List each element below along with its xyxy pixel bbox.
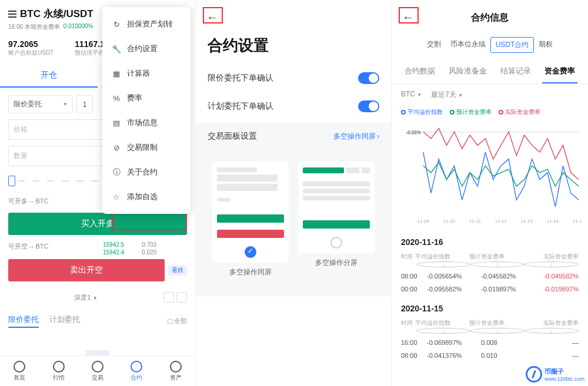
info-icon: i <box>524 328 579 334</box>
svg-text:11-14: 11-14 <box>547 219 559 224</box>
more-menu: ↻担保资产划转🔧合约设置▦计算器%费率▤市场信息⊘交易限制ⓘ关于合约☆添加自选 <box>102 7 191 214</box>
info-icon: i <box>470 261 524 267</box>
back-button[interactable]: ← <box>402 11 414 24</box>
liq-price: 11167.1 <box>75 39 105 49</box>
contract-type-segment: 交割 币本位永续 USDT合约 期权 <box>392 32 588 61</box>
pair-name: BTC 永续/USDT <box>20 7 93 21</box>
liq-label: 预估强平价 <box>75 49 105 57</box>
nav-trade[interactable]: 交易 <box>92 361 103 382</box>
limit-confirm-toggle[interactable] <box>358 72 379 84</box>
svg-text:11-11: 11-11 <box>469 219 482 224</box>
funding-rate-chart: 0.00%-0.02%-0.04%-0.06%-0.08%-0.10%-0.12… <box>401 121 582 227</box>
table-header: 时间 平均溢价指数i 预计资金费率i 实际资金费率i <box>392 250 588 270</box>
buy-long-button[interactable]: 买入开多 <box>8 213 187 235</box>
menu-item[interactable]: ↻担保资产划转 <box>102 12 191 36</box>
menu-item[interactable]: ▤市场信息 <box>102 110 191 135</box>
info-title: 合约信息 <box>392 0 588 32</box>
table-row: 08:00-0.041376%0.010— <box>392 349 588 362</box>
table-row: 08:00-0.005654%-0.045582%-0.045582% <box>392 270 588 283</box>
logo-icon <box>526 366 542 382</box>
table-row: 16:00-0.069897%0.008— <box>392 336 588 349</box>
nav-home[interactable]: 首页 <box>14 361 25 382</box>
info-icon: i <box>470 328 524 334</box>
info-icon: i <box>524 261 579 267</box>
layout-option-same-screen[interactable] <box>212 162 289 263</box>
coin-filter[interactable]: BTC ▼ <box>401 90 422 100</box>
menu-icon: ☆ <box>112 192 121 202</box>
legend-actual-rate: 实际资金费率 <box>499 108 540 116</box>
menu-item[interactable]: 🔧合约设置 <box>102 36 191 61</box>
menu-icon[interactable] <box>8 11 16 18</box>
tab-limit-orders[interactable]: 限价委托 <box>8 314 39 328</box>
wallet-icon <box>170 361 182 372</box>
avail-short: 可开空 -- BTC <box>8 241 187 252</box>
order-type-select[interactable]: 限价委托▼ <box>8 95 73 113</box>
svg-text:11-10: 11-10 <box>443 219 456 224</box>
menu-icon: 🔧 <box>112 44 121 53</box>
svg-text:-0.12%: -0.12% <box>406 130 421 136</box>
menu-item[interactable]: ⓘ关于合约 <box>102 160 191 184</box>
chevron-down-icon: ▼ <box>63 102 68 107</box>
nav-contract[interactable]: 合约 <box>131 361 142 382</box>
svg-text:11-13: 11-13 <box>521 219 533 224</box>
menu-icon: ⓘ <box>112 167 121 177</box>
tab-funding-rate[interactable]: 资金费率 <box>542 61 577 83</box>
leverage-select[interactable]: 1 <box>76 95 93 113</box>
trade-screen: BTC 永续/USDT 16:00 本期资金费率 0.010000% 97.20… <box>0 0 196 386</box>
table-row: 00:00-0.095582%-0.019897%-0.019897% <box>392 283 588 296</box>
seg-delivery[interactable]: 交割 <box>422 37 446 53</box>
orderbook-layout-icons[interactable] <box>163 292 187 303</box>
equity-value: 97.2065 <box>8 39 54 49</box>
seg-coin-perp[interactable]: 币本位永续 <box>446 37 490 53</box>
menu-icon: % <box>112 93 121 103</box>
seg-usdt-contract[interactable]: USDT合约 <box>490 37 534 53</box>
depth-select[interactable]: 深度1 ▼ <box>74 293 97 302</box>
menu-item[interactable]: ▦计算器 <box>102 61 191 86</box>
contract-settings-screen: ← 合约设置 限价委托下单确认 计划委托下单确认 交易面板设置 多空操作同屏 › <box>196 0 392 386</box>
legend-premium-index: 平均溢价指数 <box>401 108 443 116</box>
panel-layout-link[interactable]: 多空操作同屏 › <box>333 131 379 142</box>
funding-rate: 0.010000% <box>64 23 93 31</box>
radio-unchecked-icon <box>330 237 342 249</box>
menu-item[interactable]: ⊘交易限制 <box>102 135 191 160</box>
funding-time: 16:00 本期资金费率 <box>8 23 60 31</box>
svg-text:11-12: 11-12 <box>495 219 507 224</box>
contract-icon <box>131 361 142 372</box>
date-header-1: 2020-11-16 <box>392 229 588 250</box>
menu-item[interactable]: %费率 <box>102 86 191 110</box>
tab-open[interactable]: 开仓 <box>0 64 98 88</box>
bottom-nav: 首页 行情 交易 合约 资产 <box>0 355 195 386</box>
panel-layout-label: 交易面板设置 <box>208 131 257 142</box>
menu-item[interactable]: ☆添加自选 <box>102 184 191 209</box>
svg-text:11-09: 11-09 <box>417 219 430 224</box>
plan-confirm-toggle[interactable] <box>358 100 379 112</box>
nav-market[interactable]: 行情 <box>53 361 65 382</box>
seg-option[interactable]: 期权 <box>534 37 557 53</box>
view-all-orders[interactable]: ▢ 全部 <box>167 314 187 328</box>
tab-contract-data[interactable]: 合约数据 <box>402 61 437 83</box>
menu-icon: ▦ <box>112 69 121 78</box>
menu-icon: ⊘ <box>112 143 121 152</box>
range-filter[interactable]: 最近7天 ▼ <box>431 90 463 100</box>
bear-tag[interactable]: 看跌 <box>168 265 187 276</box>
sell-short-button[interactable]: 卖出开空 <box>8 259 165 281</box>
swap-icon <box>92 361 103 372</box>
flame-icon <box>14 361 25 372</box>
table-header: 时间 平均溢价指数i 预计资金费率i 实际资金费率i <box>392 317 588 336</box>
legend-predicted-rate: 预计资金费率 <box>450 108 492 116</box>
layout-same-label: 多空操作同屏 <box>212 263 289 284</box>
tab-risk-reserve[interactable]: 风险准备金 <box>446 61 489 83</box>
layout-split-label: 多空操作分屏 <box>298 253 375 275</box>
tab-plan-orders[interactable]: 计划委托 <box>49 314 80 328</box>
plan-confirm-label: 计划委托下单确认 <box>208 101 273 112</box>
limit-confirm-label: 限价委托下单确认 <box>208 73 273 83</box>
info-icon: i <box>416 328 470 334</box>
contract-info-screen: ← 合约信息 交割 币本位永续 USDT合约 期权 合约数据 风险准备金 结算记… <box>392 0 588 386</box>
menu-icon: ▤ <box>112 118 121 127</box>
back-button[interactable]: ← <box>206 11 218 24</box>
tab-settlement[interactable]: 结算记录 <box>498 61 533 83</box>
nav-asset[interactable]: 资产 <box>170 361 182 382</box>
settings-title: 合约设置 <box>196 0 391 66</box>
radio-checked-icon <box>245 246 256 258</box>
layout-option-split-screen[interactable] <box>298 162 375 253</box>
